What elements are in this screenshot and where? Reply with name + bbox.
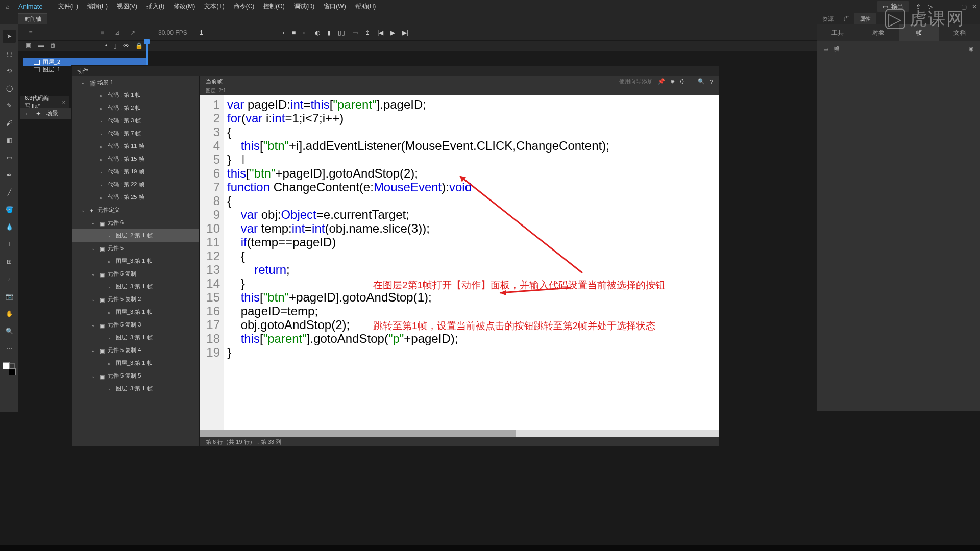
tree-item[interactable]: ▫ 图层_3:第 1 帧 xyxy=(72,382,199,395)
tree-item[interactable]: ▫ 代码 : 第 22 帧 xyxy=(72,178,199,191)
subselection-tool[interactable]: ⬚ xyxy=(3,47,16,60)
marker3-icon[interactable]: ▭ xyxy=(352,29,358,36)
insert-target-icon[interactable]: ⊕ xyxy=(670,78,675,85)
current-frame[interactable]: 1 xyxy=(200,29,203,36)
tree-item[interactable]: ▫ 代码 : 第 11 帧 xyxy=(72,140,199,153)
asset-warp-tool[interactable]: ⊞ xyxy=(3,255,16,268)
tree-item[interactable]: ▫ 图层_3:第 1 帧 xyxy=(72,306,199,318)
code-snippets-icon[interactable]: 🔍 xyxy=(698,78,705,85)
format-code-icon[interactable]: ≡ xyxy=(689,79,692,85)
delete-layer-icon[interactable]: 🗑 xyxy=(50,42,58,50)
close-tab-icon[interactable]: × xyxy=(62,99,65,105)
brush-tool[interactable]: 🖌 xyxy=(3,116,16,130)
marker1-icon[interactable]: ▮ xyxy=(327,29,331,36)
lock-icon[interactable]: 🔒 xyxy=(135,42,143,49)
timeline-tab[interactable]: 时间轴 xyxy=(18,13,47,24)
lasso-tool[interactable]: ◯ xyxy=(3,82,16,95)
marker2-icon[interactable]: ▯▯ xyxy=(338,29,345,36)
menu-item[interactable]: 命令(C) xyxy=(234,3,255,10)
menu-item[interactable]: 帮助(H) xyxy=(355,3,376,10)
bone-tool[interactable]: ⟋ xyxy=(3,272,16,286)
eyedropper-tool[interactable]: 💧 xyxy=(3,220,16,234)
tree-item[interactable]: ▫ 图层_3:第 1 帧 xyxy=(72,280,199,293)
tree-item[interactable]: ▫ 代码 : 第 3 帧 xyxy=(72,114,199,127)
edit-multiple-icon[interactable]: ↗ xyxy=(128,28,138,38)
free-transform-tool[interactable]: ⟲ xyxy=(3,64,16,78)
properties-mini-tab[interactable]: 属性 xyxy=(854,13,876,24)
tree-item[interactable]: ⌄✦ 元件定义 xyxy=(72,204,199,216)
highlight-icon[interactable]: • xyxy=(105,42,107,49)
goto-last-icon[interactable]: › xyxy=(303,29,305,36)
play-icon[interactable]: ▶ xyxy=(390,29,395,36)
menu-item[interactable]: 插入(I) xyxy=(146,3,164,10)
video-progress-bar[interactable] xyxy=(0,545,980,551)
home-icon[interactable]: ⌂ xyxy=(3,2,12,11)
menu-item[interactable]: 窗口(W) xyxy=(324,3,346,10)
visibility-icon[interactable]: 👁 xyxy=(123,42,129,49)
loop-icon[interactable]: ◐ xyxy=(315,29,320,36)
paint-bucket-tool[interactable]: 🪣 xyxy=(3,203,16,216)
step-back-icon[interactable]: ■ xyxy=(292,29,296,36)
tree-item[interactable]: ▫ 图层_3:第 1 帧 xyxy=(72,255,199,267)
rewind-icon[interactable]: |◀ xyxy=(377,29,383,36)
menu-item[interactable]: 文件(F) xyxy=(58,3,78,10)
tree-item[interactable]: ⌄▣ 元件 5 复制 3 xyxy=(72,318,199,331)
code-content[interactable]: var pageID:int=this["parent"].pageID; fo… xyxy=(224,95,719,430)
properties-main-tab[interactable]: 工具 xyxy=(817,24,858,41)
properties-mini-tab[interactable]: 资源 xyxy=(817,13,839,24)
more-tools[interactable]: ⋯ xyxy=(3,342,16,355)
tree-item[interactable]: ⌄▣ 元件 5 复制 4 xyxy=(72,344,199,357)
hand-tool[interactable]: ✋ xyxy=(3,307,16,320)
tree-item[interactable]: ▫ 代码 : 第 7 帧 xyxy=(72,127,199,140)
onion-skin-icon[interactable]: ⊿ xyxy=(112,28,122,38)
find-icon[interactable]: ⟨⟩ xyxy=(680,78,684,85)
selection-tool[interactable]: ➤ xyxy=(3,30,16,43)
text-tool[interactable]: T xyxy=(3,238,16,251)
layers-icon[interactable]: ≡ xyxy=(26,28,36,38)
tree-item[interactable]: ⌄▣ 元件 5 复制 2 xyxy=(72,293,199,306)
layer-item[interactable]: 图层_2 xyxy=(23,58,146,66)
menu-item[interactable]: 视图(V) xyxy=(117,3,137,10)
new-layer-icon[interactable]: ▣ xyxy=(26,42,34,50)
fluid-brush-tool[interactable]: ✎ xyxy=(3,99,16,112)
export-icon[interactable]: ↥ xyxy=(365,29,370,36)
section-help-icon[interactable]: ◉ xyxy=(969,45,974,52)
add-using-wizard[interactable]: 使用向导添加 xyxy=(619,78,653,85)
color-swatch[interactable] xyxy=(4,363,15,374)
playhead[interactable] xyxy=(146,41,148,66)
tree-item[interactable]: ⌄▣ 元件 5 复制 5 xyxy=(72,369,199,382)
camera-tool[interactable]: 📷 xyxy=(3,290,16,303)
help-icon[interactable]: ? xyxy=(710,79,713,85)
pin-script-icon[interactable]: 📌 xyxy=(658,78,665,85)
scene-label[interactable]: 场景 xyxy=(46,109,58,118)
tree-item[interactable]: ▫ 图层_3:第 1 帧 xyxy=(72,357,199,369)
tree-item[interactable]: ⌄▣ 元件 5 xyxy=(72,242,199,255)
menu-item[interactable]: 调试(D) xyxy=(294,3,315,10)
tree-item[interactable]: ▫ 代码 : 第 1 帧 xyxy=(72,89,199,102)
menu-item[interactable]: 控制(O) xyxy=(263,3,284,10)
tree-item[interactable]: ⌄▣ 元件 5 复制 xyxy=(72,267,199,280)
menu-item[interactable]: 修改(M) xyxy=(174,3,195,10)
tree-item[interactable]: ▫ 代码 : 第 2 帧 xyxy=(72,102,199,114)
tree-item[interactable]: ⌄🎬 场景 1 xyxy=(72,76,199,89)
actions-navigator[interactable]: ⌄🎬 场景 1▫ 代码 : 第 1 帧▫ 代码 : 第 2 帧▫ 代码 : 第 … xyxy=(72,76,200,446)
tree-item[interactable]: ▫ 代码 : 第 15 帧 xyxy=(72,153,199,165)
close-icon[interactable]: ✕ xyxy=(972,3,977,10)
tree-item[interactable]: ▫ 图层_2:第 1 帧 xyxy=(72,229,199,242)
horizontal-scrollbar[interactable] xyxy=(200,430,719,437)
menu-item[interactable]: 文本(T) xyxy=(204,3,224,10)
tree-item[interactable]: ▫ 图层_3:第 1 帧 xyxy=(72,331,199,344)
rectangle-tool[interactable]: ▭ xyxy=(3,151,16,164)
tree-item[interactable]: ⌄▣ 元件 6 xyxy=(72,216,199,229)
fps-display[interactable]: 30.00 FPS xyxy=(158,29,187,36)
zoom-tool[interactable]: 🔍 xyxy=(3,324,16,338)
properties-mini-tab[interactable]: 库 xyxy=(839,13,854,24)
menu-item[interactable]: 编辑(E) xyxy=(87,3,108,10)
new-folder-icon[interactable]: ▬ xyxy=(38,42,46,50)
goto-first-icon[interactable]: ‹ xyxy=(283,29,285,36)
tree-item[interactable]: ▫ 代码 : 第 25 帧 xyxy=(72,191,199,204)
tree-item[interactable]: ▫ 代码 : 第 19 帧 xyxy=(72,165,199,178)
pen-tool[interactable]: ✒ xyxy=(3,168,16,182)
camera-icon[interactable]: ■ xyxy=(97,28,107,38)
code-editor[interactable]: 12345678910111213141516171819 var pageID… xyxy=(200,95,719,430)
